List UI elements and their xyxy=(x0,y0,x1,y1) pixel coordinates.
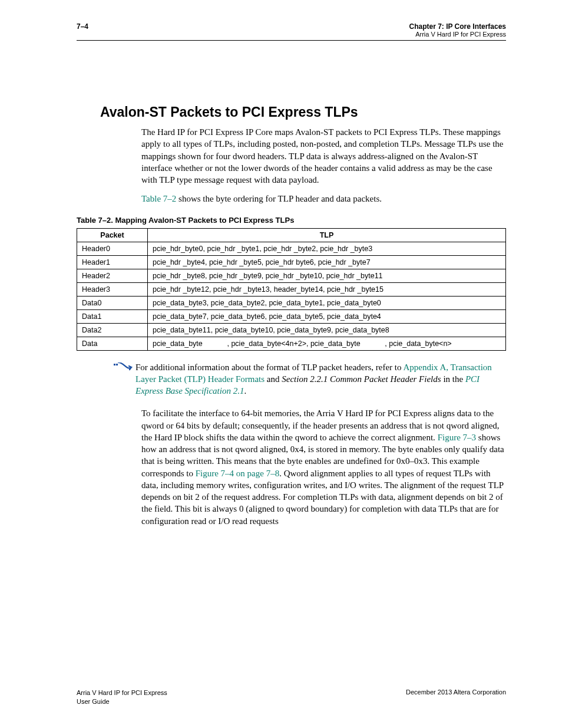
cell-tlp: pcie_hdr _byte12, pcie_hdr _byte13, head… xyxy=(148,282,506,296)
paragraph-intro: The Hard IP for PCI Express IP Core maps… xyxy=(141,126,506,186)
footer-doc-sub: User Guide xyxy=(77,698,110,705)
table-header-row: Packet TLP xyxy=(77,228,506,242)
cell-packet: Header2 xyxy=(77,269,148,282)
svg-rect-1 xyxy=(116,364,118,365)
table-row: Datapcie_data_byte , pcie_data_byte<4n+2… xyxy=(77,337,506,350)
note-text-d: . xyxy=(244,386,246,396)
paragraph-text: shows the byte ordering for TLP header a… xyxy=(176,194,382,203)
table-row: Header2pcie_hdr _byte8, pcie_hdr _byte9,… xyxy=(77,269,506,282)
note-text-c: in the xyxy=(441,374,465,384)
cell-tlp: pcie_data_byte , pcie_data_byte<4n+2>, p… xyxy=(148,337,506,350)
note-text: For additional information about the for… xyxy=(135,361,506,397)
note-italic-1: Section 2.2.1 Common Packet Header Field… xyxy=(282,374,441,384)
svg-rect-0 xyxy=(114,364,115,365)
page: 7–4 Chapter 7: IP Core Interfaces Arria … xyxy=(0,0,562,728)
footer-right: December 2013 Altera Corporation xyxy=(406,689,506,696)
table-row: Data2pcie_data_byte11, pcie_data_byte10,… xyxy=(77,323,506,337)
note-block: For additional information about the for… xyxy=(112,361,506,397)
cell-packet: Header1 xyxy=(77,255,148,269)
note-text-a: For additional information about the for… xyxy=(135,363,403,372)
cell-tlp: pcie_hdr _byte8, pcie_hdr _byte9, pcie_h… xyxy=(148,269,506,282)
mapping-table: Packet TLP Header0pcie_hdr_byte0, pcie_h… xyxy=(77,228,506,351)
figure-7-3-link[interactable]: Figure 7–3 xyxy=(438,433,476,442)
table-row: Header0pcie_hdr_byte0, pcie_hdr _byte1, … xyxy=(77,242,506,255)
cell-packet: Data2 xyxy=(77,323,148,337)
cell-tlp: pcie_hdr _byte4, pcie_hdr _byte5, pcie_h… xyxy=(148,255,506,269)
page-number: 7–4 xyxy=(77,22,88,31)
table-row: Header1pcie_hdr _byte4, pcie_hdr _byte5,… xyxy=(77,255,506,269)
note-text-b: and xyxy=(265,374,282,384)
page-header: 7–4 Chapter 7: IP Core Interfaces Arria … xyxy=(77,22,506,38)
chapter-label: Chapter 7: IP Core Interfaces Arria V Ha… xyxy=(409,22,506,38)
cell-tlp: pcie_hdr_byte0, pcie_hdr _byte1, pcie_hd… xyxy=(148,242,506,255)
table-header-tlp: TLP xyxy=(148,228,506,242)
cell-packet: Header0 xyxy=(77,242,148,255)
figure-7-4-link[interactable]: Figure 7–4 on page 7–8 xyxy=(196,469,279,478)
footer-left: Arria V Hard IP for PCI Express User Gui… xyxy=(77,689,167,706)
header-rule xyxy=(77,40,506,41)
paragraph-alignment: To facilitate the interface to 64-bit me… xyxy=(141,407,506,527)
cell-packet: Header3 xyxy=(77,282,148,296)
chapter-title: Chapter 7: IP Core Interfaces xyxy=(409,22,506,31)
chapter-subtitle: Arria V Hard IP for PCI Express xyxy=(409,31,506,38)
page-footer: Arria V Hard IP for PCI Express User Gui… xyxy=(77,689,506,706)
table-row: Data0pcie_data_byte3, pcie_data_byte2, p… xyxy=(77,296,506,309)
cell-tlp: pcie_data_byte7, pcie_data_byte6, pcie_d… xyxy=(148,309,506,323)
table-row: Data1pcie_data_byte7, pcie_data_byte6, p… xyxy=(77,309,506,323)
table-row: Header3pcie_hdr _byte12, pcie_hdr _byte1… xyxy=(77,282,506,296)
cell-tlp: pcie_data_byte11, pcie_data_byte10, pcie… xyxy=(148,323,506,337)
paragraph-table-ref: Table 7–2 shows the byte ordering for TL… xyxy=(141,193,506,205)
cell-tlp: pcie_data_byte3, pcie_data_byte2, pcie_d… xyxy=(148,296,506,309)
note-arrow-icon xyxy=(112,361,135,397)
table-header-packet: Packet xyxy=(77,228,148,242)
cell-packet: Data xyxy=(77,337,148,350)
section-heading: Avalon-ST Packets to PCI Express TLPs xyxy=(100,104,506,120)
cell-packet: Data0 xyxy=(77,296,148,309)
table-ref-link[interactable]: Table 7–2 xyxy=(141,194,176,203)
cell-packet: Data1 xyxy=(77,309,148,323)
footer-doc-title: Arria V Hard IP for PCI Express xyxy=(77,689,167,696)
table-caption: Table 7–2. Mapping Avalon-ST Packets to … xyxy=(77,216,506,225)
